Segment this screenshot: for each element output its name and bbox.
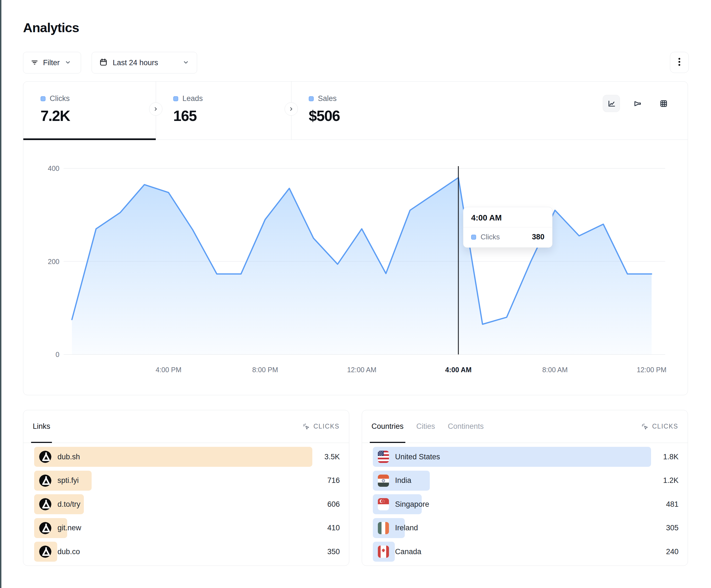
chevron-down-icon — [182, 59, 190, 67]
page-title: Analytics — [23, 20, 79, 35]
row-value: 240 — [666, 547, 678, 556]
analytics-page: Analytics Filter Last 24 hours Cl — [0, 0, 711, 588]
dub-logo-icon — [39, 522, 51, 534]
link-row-dub-co[interactable]: dub.co350 — [34, 542, 340, 562]
links-panel: Links CLICKS dub.sh3.5K spti.fyi716 d.to… — [23, 410, 349, 566]
country-row-canada[interactable]: Canada240 — [373, 542, 678, 562]
links-rows: dub.sh3.5K spti.fyi716 d.to/try606 git.n… — [34, 447, 340, 562]
leads-legend-chip-icon — [173, 96, 178, 101]
tab-sales[interactable]: Sales $506 — [291, 82, 464, 139]
flag-ireland-icon — [378, 522, 389, 534]
tab-links[interactable]: Links — [33, 410, 50, 443]
svg-text:8:00 PM: 8:00 PM — [252, 366, 278, 374]
tooltip-series-label: Clicks — [480, 233, 527, 241]
row-value: 350 — [327, 547, 340, 556]
row-value: 305 — [666, 524, 678, 532]
row-label: dub.sh — [58, 453, 80, 461]
tab-continents[interactable]: Continents — [448, 410, 483, 443]
row-value: 1.8K — [663, 453, 678, 461]
links-metric-label: CLICKS — [314, 423, 340, 430]
calendar-icon — [99, 58, 108, 68]
cursor-click-icon — [641, 423, 649, 430]
clicks-legend-chip-icon — [41, 96, 45, 101]
link-row-spti-fyi[interactable]: spti.fyi716 — [34, 471, 340, 491]
tab-clicks[interactable]: Clicks 7.2K — [23, 82, 156, 139]
country-row-india[interactable]: India1.2K — [373, 471, 678, 491]
tab-countries[interactable]: Countries — [371, 410, 404, 443]
funnel-view-button[interactable] — [629, 95, 646, 112]
chevron-right-icon — [288, 106, 294, 112]
dub-logo-icon — [39, 475, 51, 487]
tab-cities[interactable]: Cities — [416, 410, 435, 443]
funnel-chart-icon — [633, 99, 642, 108]
clicks-area-chart[interactable]: 0200400 4:00 PM8:00 PM12:00 AM4:00 AM8:0… — [23, 140, 688, 395]
countries-rows: United States1.8K India1.2K Singapore481… — [373, 447, 678, 562]
tooltip-time: 4:00 AM — [464, 207, 552, 227]
svg-text:200: 200 — [48, 258, 59, 266]
filter-lines-icon — [30, 58, 39, 67]
dub-logo-icon — [39, 475, 51, 487]
country-row-singapore[interactable]: Singapore481 — [373, 494, 678, 514]
flag-icon — [378, 498, 389, 510]
links-metric-selector[interactable]: CLICKS — [302, 423, 340, 430]
sales-tab-label: Sales — [318, 94, 337, 103]
svg-text:4:00 AM: 4:00 AM — [445, 366, 472, 374]
table-view-button[interactable] — [655, 95, 672, 112]
dub-logo-icon — [39, 451, 51, 463]
country-row-ireland[interactable]: Ireland305 — [373, 518, 678, 538]
countries-metric-selector[interactable]: CLICKS — [641, 423, 678, 430]
tab-leads[interactable]: Leads 165 — [156, 82, 291, 139]
cursor-click-icon — [302, 423, 310, 430]
countries-panel: Countries Cities Continents CLICKS Unite… — [362, 410, 688, 566]
dub-logo-icon — [39, 522, 51, 534]
row-label: d.to/try — [58, 500, 81, 509]
svg-text:12:00 PM: 12:00 PM — [637, 366, 666, 374]
svg-text:400: 400 — [48, 164, 59, 172]
sales-legend-chip-icon — [309, 96, 314, 101]
country-row-united-states[interactable]: United States1.8K — [373, 447, 678, 467]
sales-tab-value: $506 — [309, 107, 464, 124]
area-fill — [72, 178, 652, 355]
row-label: Ireland — [395, 524, 418, 532]
row-value: 606 — [327, 500, 340, 509]
svg-text:12:00 AM: 12:00 AM — [347, 366, 376, 374]
row-label: dub.co — [58, 547, 80, 556]
more-menu-button[interactable] — [670, 52, 689, 73]
dub-logo-icon — [39, 498, 51, 510]
flag-icon — [378, 522, 389, 534]
row-value: 1.2K — [663, 476, 678, 485]
row-value: 3.5K — [324, 453, 340, 461]
filter-button-label: Filter — [43, 59, 60, 67]
leads-tab-value: 165 — [173, 107, 291, 124]
dub-logo-icon — [39, 451, 51, 463]
link-row-d-to-try[interactable]: d.to/try606 — [34, 494, 340, 514]
link-row-dub-sh[interactable]: dub.sh3.5K — [34, 447, 340, 467]
date-range-button[interactable]: Last 24 hours — [92, 52, 197, 73]
leads-tab-label: Leads — [182, 94, 203, 103]
stats-tabs-row: Clicks 7.2K Leads 165 Sales $506 — [23, 82, 688, 140]
chevron-down-icon — [64, 59, 72, 67]
flag-singapore-icon — [378, 498, 389, 510]
row-label: Canada — [395, 547, 422, 556]
flag-icon — [378, 475, 389, 487]
svg-text:8:00 AM: 8:00 AM — [542, 366, 568, 374]
countries-panel-header: Countries Cities Continents CLICKS — [362, 410, 688, 443]
tooltip-series-value: 380 — [532, 233, 544, 241]
row-label: git.new — [58, 524, 81, 532]
row-label: spti.fyi — [58, 476, 79, 485]
kebab-menu-icon — [675, 57, 684, 68]
flag-united-states-icon — [378, 451, 389, 463]
expand-leads-sales-button[interactable] — [284, 103, 298, 116]
filter-button[interactable]: Filter — [23, 52, 81, 73]
expand-clicks-leads-button[interactable] — [149, 103, 163, 116]
chart-tooltip: 4:00 AM Clicks 380 — [463, 207, 553, 248]
analytics-card: Clicks 7.2K Leads 165 Sales $506 — [23, 81, 688, 395]
link-row-git-new[interactable]: git.new410 — [34, 518, 340, 538]
table-grid-icon — [659, 99, 668, 108]
row-label: India — [395, 476, 411, 485]
links-panel-header: Links CLICKS — [23, 410, 349, 443]
flag-icon — [378, 451, 389, 463]
line-chart-view-button[interactable] — [603, 95, 620, 112]
clicks-tab-value: 7.2K — [41, 107, 156, 124]
date-range-label: Last 24 hours — [113, 59, 158, 67]
